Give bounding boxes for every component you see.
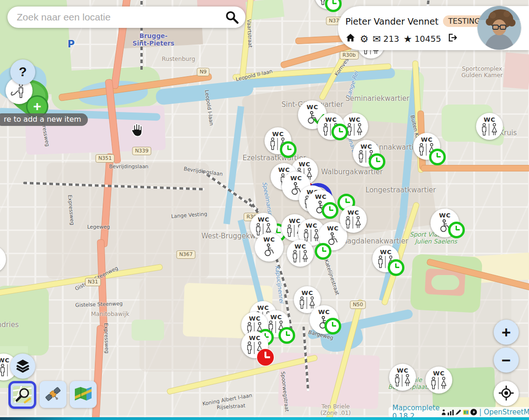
toilet-marker-mf[interactable]: WC: [317, 113, 344, 140]
marker-wc-label: WC: [249, 335, 261, 341]
zoom-out-button[interactable]: −: [494, 348, 519, 373]
opening-hours-clock-badge: [388, 259, 404, 276]
crosshair-icon: [498, 385, 514, 402]
wheelchair-icon: [262, 243, 276, 257]
opening-hours-clock-badge: [331, 124, 348, 140]
attribution-bar: Mapcomplete 0.18.2 | OpenStreetMap: [389, 407, 529, 417]
toilet-marker-mf[interactable]: WC: [315, 0, 342, 9]
marker-wc-label: WC: [278, 167, 290, 173]
marker-wc-label: WC: [325, 117, 337, 123]
marker-wc-label: WC: [318, 309, 330, 315]
toilet-pictogram-icon: [0, 364, 8, 377]
marker-wc-label: WC: [0, 357, 9, 363]
marker-wc-label: WC: [271, 314, 282, 320]
marker-wc-label: WC: [349, 117, 361, 123]
map-magnifier-icon: [12, 384, 33, 406]
attribution-osm-link[interactable]: OpenStreetMap: [484, 408, 529, 416]
map-canvas[interactable]: Brugge-Sint-PietersRustenburgPVaartstraa…: [0, 0, 529, 420]
copyright-icon[interactable]: [470, 409, 477, 415]
basemap-satellite-button[interactable]: [40, 381, 66, 408]
toilet-marker-mf[interactable]: WC: [264, 127, 291, 154]
changesets-star-icon: ★: [403, 34, 412, 44]
user-avatar[interactable]: [477, 6, 521, 50]
opening-hours-clock-badge: [280, 141, 297, 158]
marker-wc-label: WC: [289, 218, 301, 224]
marker-wc-label: WC: [327, 225, 339, 231]
geolocate-button[interactable]: [494, 381, 519, 406]
toilet-marker-mf[interactable]: WC: [241, 331, 268, 358]
toilet-marker-wheelchair[interactable]: WC: [430, 209, 459, 237]
attribution-separator: |: [479, 408, 482, 416]
edit-pencil-icon[interactable]: [455, 409, 462, 415]
opening-hours-clock-badge: [369, 153, 385, 170]
marker-wc-label: WC: [299, 161, 311, 167]
search-icon[interactable]: [225, 10, 239, 24]
opening-hours-clock-badge: [448, 222, 465, 238]
help-button[interactable]: ?: [10, 59, 35, 85]
marker-wc-label: WC: [315, 194, 327, 200]
messages-count: 213: [383, 34, 399, 44]
folded-map-icon: [74, 386, 93, 403]
opening-hours-clock-badge: [324, 318, 341, 335]
marker-wc-label: WC: [295, 243, 306, 249]
theme-mini-icon[interactable]: [463, 409, 469, 415]
settings-gear-icon[interactable]: ⚙: [360, 34, 369, 44]
toilet-marker-mf[interactable]: WC: [372, 245, 399, 272]
home-icon[interactable]: [345, 33, 356, 45]
marker-wc-label: WC: [307, 104, 318, 110]
toilet-marker-wheelchair[interactable]: WC: [255, 233, 284, 262]
logout-icon[interactable]: [447, 33, 457, 45]
toilet-pictogram-icon: [299, 296, 316, 309]
toilet-marker-wheelchair[interactable]: WC: [306, 190, 335, 219]
marker-wc-label: WC: [439, 212, 451, 218]
zoom-in-button[interactable]: +: [494, 320, 519, 345]
map-markers-layer: WCWCWCWCWCWCWCWCWCWCWCWCWCWCWCWCWCWCWCWC…: [0, 0, 529, 420]
marker-wc-label: WC: [306, 223, 317, 229]
marker-wc-label: WC: [264, 236, 275, 243]
toilet-pictogram-icon: [430, 377, 447, 390]
opening-hours-clock-badge: [429, 149, 446, 165]
marker-wc-label: WC: [348, 210, 359, 216]
toilet-marker-mf[interactable]: WC: [389, 364, 416, 391]
marker-wc-label: WC: [433, 370, 445, 376]
toilet-marker-mf[interactable]: WC: [413, 133, 440, 160]
marker-wc-label: WC: [361, 144, 372, 150]
toilet-pictogram-icon: [345, 216, 362, 229]
messages-mail-icon[interactable]: ✉: [373, 34, 381, 44]
marker-wc-label: WC: [291, 175, 302, 181]
opening-hours-clock-badge: [322, 202, 338, 219]
toilet-marker-mf[interactable]: WC: [425, 367, 452, 394]
basemap-switcher: [8, 381, 97, 409]
add-item-tooltip: re to add a new item: [0, 113, 88, 126]
marker-wc-label: WC: [258, 217, 270, 223]
marker-wc-label: WC: [258, 305, 269, 311]
toilet-pictogram-icon: [346, 123, 363, 136]
opening-hours-clock-badge: [315, 243, 331, 260]
search-input[interactable]: [7, 12, 225, 23]
toilet-marker-mf[interactable]: WC: [353, 140, 380, 167]
contributor-icon[interactable]: [441, 409, 446, 415]
toilet-marker-mf[interactable]: WC: [340, 206, 367, 233]
hand-cursor: [129, 123, 144, 140]
mapcomplete-app: Brugge-Sint-PietersRustenburgPVaartstraa…: [0, 0, 529, 420]
layers-button[interactable]: [10, 354, 35, 379]
statistics-icon[interactable]: [448, 409, 454, 415]
user-name: Pieter Vander Vennet: [345, 16, 438, 26]
toilet-pictogram-icon: [292, 250, 309, 263]
satellite-icon: [44, 385, 62, 405]
basemap-osm-carto-button[interactable]: [8, 381, 36, 409]
marker-wc-label: WC: [484, 117, 496, 123]
toilet-marker-mf[interactable]: WC: [287, 240, 314, 267]
opening-hours-clock-badge: [278, 327, 295, 344]
marker-wc-label: WC: [397, 368, 409, 374]
toilet-marker-mf[interactable]: WC: [0, 246, 6, 273]
toilet-pictogram-icon: [0, 256, 1, 269]
marker-wc-label: WC: [272, 131, 284, 137]
toilet-marker-mf[interactable]: WC: [476, 113, 503, 140]
marker-wc-label: WC: [380, 249, 392, 255]
marker-wc-label: WC: [249, 315, 261, 322]
basemap-map-button[interactable]: [70, 381, 97, 408]
user-panel: Pieter Vander Vennet TESTING ⚙ ✉ 213 ★ 1…: [338, 6, 529, 50]
toilet-marker-wheelchair[interactable]: WC: [310, 305, 338, 334]
changesets-count: 10455: [415, 34, 441, 44]
